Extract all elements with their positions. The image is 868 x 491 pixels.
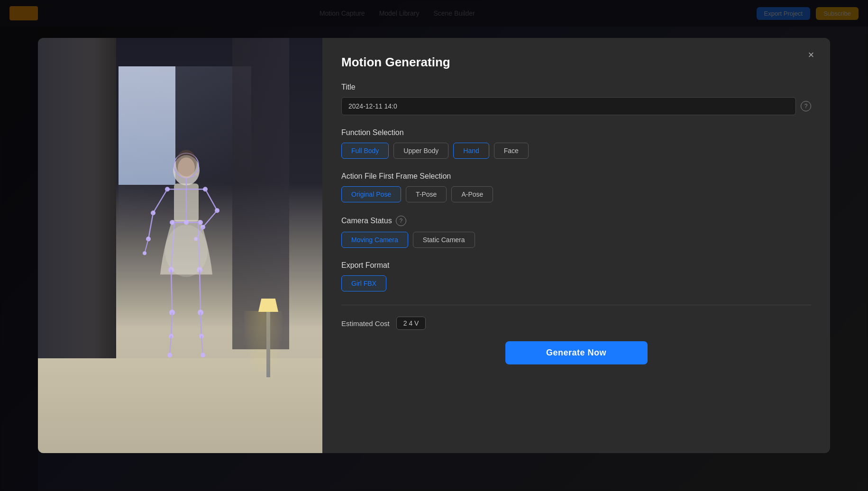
camera-status-options: Moving Camera Static Camera [341, 232, 811, 248]
svg-line-34 [200, 270, 201, 312]
svg-point-23 [198, 220, 203, 225]
option-original-pose[interactable]: Original Pose [341, 186, 401, 202]
camera-status-label: Camera Status [341, 217, 392, 225]
title-label: Title [341, 83, 811, 91]
modal-dialog: × Motion Generating Title ? Function Sel… [38, 38, 830, 453]
option-hand[interactable]: Hand [453, 143, 489, 159]
export-format-label: Export Format [341, 261, 811, 270]
title-input[interactable] [341, 97, 796, 115]
function-selection-options: Full Body Upper Body Hand Face [341, 143, 811, 159]
close-button[interactable]: × [804, 47, 819, 63]
svg-line-26 [171, 270, 172, 312]
image-panel [38, 38, 322, 453]
svg-line-15 [203, 210, 217, 227]
svg-line-28 [171, 312, 172, 336]
skeleton-svg [125, 118, 248, 383]
function-selection-section: Function Selection Full Body Upper Body … [341, 128, 811, 159]
svg-point-39 [201, 353, 205, 357]
camera-status-section: Camera Status ? Moving Camera Static Cam… [341, 216, 811, 248]
modal-overlay: × Motion Generating Title ? Function Sel… [0, 0, 868, 491]
option-t-pose[interactable]: T-Pose [406, 186, 447, 202]
svg-line-30 [170, 336, 171, 355]
estimated-cost-row: Estimated Cost 2 4 V [341, 317, 811, 330]
lamp-head [258, 299, 278, 312]
option-static-camera[interactable]: Static Camera [413, 232, 475, 248]
cost-value: 2 4 V [396, 317, 426, 330]
title-section: Title ? [341, 83, 811, 115]
svg-point-42 [195, 173, 198, 175]
svg-point-12 [143, 251, 146, 255]
svg-point-41 [178, 157, 195, 178]
function-selection-label: Function Selection [341, 128, 811, 137]
title-input-row: ? [341, 97, 811, 115]
svg-line-11 [145, 239, 148, 253]
svg-point-31 [167, 353, 172, 357]
svg-point-21 [170, 220, 174, 225]
generate-now-button[interactable]: Generate Now [505, 341, 648, 364]
option-upper-body[interactable]: Upper Body [393, 143, 448, 159]
close-icon: × [808, 49, 814, 61]
option-face[interactable]: Face [494, 143, 529, 159]
option-girl-fbx[interactable]: Girl FBX [341, 275, 386, 291]
svg-point-22 [184, 220, 189, 225]
svg-point-43 [165, 225, 208, 277]
svg-line-38 [201, 336, 203, 355]
title-help-icon[interactable]: ? [801, 101, 811, 111]
cost-label: Estimated Cost [341, 319, 390, 327]
camera-help-icon[interactable]: ? [396, 216, 406, 226]
export-format-options: Girl FBX [341, 275, 811, 291]
option-full-body[interactable]: Full Body [341, 143, 389, 159]
camera-status-label-row: Camera Status ? [341, 216, 811, 226]
action-file-section: Action File First Frame Selection Origin… [341, 172, 811, 202]
panel-title: Motion Generating [341, 55, 811, 70]
action-file-label: Action File First Frame Selection [341, 172, 811, 181]
svg-line-7 [153, 189, 167, 213]
section-divider [341, 305, 811, 305]
svg-line-9 [148, 213, 153, 239]
action-file-options: Original Pose T-Pose A-Pose [341, 186, 811, 202]
lamp-glow [244, 311, 282, 373]
character-figure [125, 118, 248, 383]
option-a-pose[interactable]: A-Pose [451, 186, 493, 202]
settings-panel: × Motion Generating Title ? Function Sel… [322, 38, 830, 453]
export-format-section: Export Format Girl FBX [341, 261, 811, 291]
svg-line-13 [205, 189, 217, 210]
option-moving-camera[interactable]: Moving Camera [341, 232, 408, 248]
svg-line-36 [201, 312, 201, 336]
